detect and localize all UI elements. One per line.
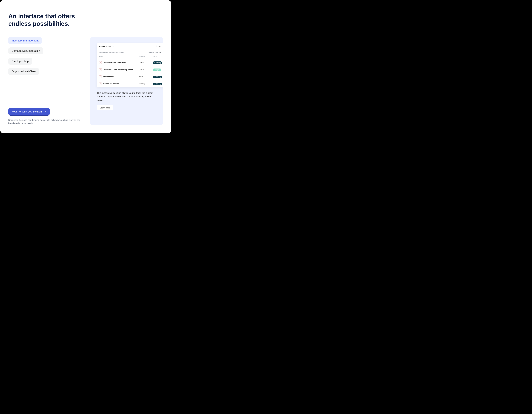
status-badge: In Nutzung xyxy=(153,83,162,85)
table-row[interactable]: ThinkPad X1 30th Anniversary Edition Len… xyxy=(97,66,163,73)
document-icon xyxy=(99,68,102,71)
feature-panel: Betriebsmittel Su Betriebsmittel erstell… xyxy=(90,37,163,125)
search-icon xyxy=(156,45,158,47)
row-manufacturer: Lenovo xyxy=(139,69,153,70)
tab-damage-documentation[interactable]: Damage Documentation xyxy=(8,48,43,54)
table-header: Modell Hersteller Status xyxy=(97,55,163,59)
column-header-status: Status xyxy=(153,56,161,58)
tab-label: Organizational Chart xyxy=(12,70,36,73)
tab-inventory-management[interactable]: Inventory Management xyxy=(8,37,42,44)
row-model: Curved 49" Monitor xyxy=(103,83,139,85)
cta-button-label: Your Personalized Solution xyxy=(12,110,42,113)
app-preview-window: Betriebsmittel Su Betriebsmittel erstell… xyxy=(97,43,163,87)
sort-value: St xyxy=(159,52,161,54)
panel-description: This innovative solution allows you to t… xyxy=(97,91,163,102)
cta-subtext: Request a free and non-binding demo. We … xyxy=(8,118,80,125)
left-column: An interface that offers endless possibi… xyxy=(8,12,82,125)
chevron-down-icon xyxy=(112,46,114,47)
row-model: MacBook Pro xyxy=(103,76,139,78)
app-header: Betriebsmittel Su xyxy=(97,43,163,49)
sort-label: Sortieren nach: xyxy=(148,52,158,54)
row-manufacturer: Samsung xyxy=(139,83,153,85)
tab-employee-app[interactable]: Employee App xyxy=(8,58,32,65)
document-icon xyxy=(99,82,102,85)
document-icon xyxy=(99,75,102,78)
tab-organizational-chart[interactable]: Organizational Chart xyxy=(8,68,39,75)
tab-label: Inventory Management xyxy=(12,39,38,42)
page-headline: An interface that offers endless possibi… xyxy=(8,12,82,28)
row-model: ThinkPad X1 30th Anniversary Edition xyxy=(103,69,139,71)
column-header-manufacturer: Hersteller xyxy=(139,56,153,58)
app-search[interactable]: Su xyxy=(156,45,161,47)
document-icon xyxy=(99,61,102,64)
svg-line-2 xyxy=(157,47,158,47)
status-badge: Verfügbar xyxy=(153,69,162,71)
app-title-text: Betriebsmittel xyxy=(99,45,111,47)
app-subheader: Betriebsmittel erstellen und verwalten S… xyxy=(97,49,163,55)
row-model: ThinkPad USB-C Dock Gen2 xyxy=(103,62,139,64)
learn-more-button[interactable]: Learn more xyxy=(97,105,113,110)
right-column: Betriebsmittel Su Betriebsmittel erstell… xyxy=(90,12,163,125)
tab-label: Damage Documentation xyxy=(12,49,40,52)
status-badge: In Nutzung xyxy=(153,61,162,64)
cta-block: Your Personalized Solution Request a fre… xyxy=(8,108,82,125)
tab-label: Employee App xyxy=(12,60,29,63)
row-manufacturer: Lenovo xyxy=(139,62,153,63)
personalized-solution-button[interactable]: Your Personalized Solution xyxy=(8,108,50,115)
arrow-right-icon xyxy=(43,110,46,113)
table-row[interactable]: ThinkPad USB-C Dock Gen2 Lenovo In Nutzu… xyxy=(97,59,163,66)
sort-control[interactable]: Sortieren nach:St xyxy=(148,52,161,54)
status-badge: In Nutzung xyxy=(153,76,162,78)
table-row[interactable]: MacBook Pro Apple In Nutzung xyxy=(97,73,163,80)
row-manufacturer: Apple xyxy=(139,76,153,78)
search-text: Su xyxy=(159,45,161,47)
feature-tabs: Inventory Management Damage Documentatio… xyxy=(8,37,82,75)
svg-point-1 xyxy=(156,46,157,47)
app-title-dropdown[interactable]: Betriebsmittel xyxy=(99,45,114,47)
app-subtitle: Betriebsmittel erstellen und verwalten xyxy=(99,52,124,54)
table-row[interactable]: Curved 49" Monitor Samsung In Nutzung xyxy=(97,80,163,87)
column-header-model: Modell xyxy=(99,56,139,58)
page: An interface that offers endless possibi… xyxy=(0,0,171,133)
